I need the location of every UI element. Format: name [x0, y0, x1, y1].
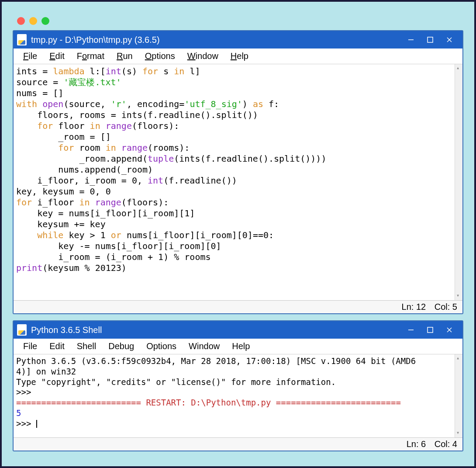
- menu-options[interactable]: Options: [139, 50, 181, 62]
- text-cursor-icon: [36, 420, 37, 428]
- shell-titlebar: Python 3.6.5 Shell: [14, 321, 462, 339]
- shell-statusbar: Ln: 6 Col: 4: [14, 437, 462, 451]
- scroll-down-icon[interactable]: ▾: [456, 430, 459, 437]
- menu-help[interactable]: Help: [224, 50, 255, 62]
- editor-titlebar: tmp.py - D:\Python\tmp.py (3.6.5): [14, 31, 462, 49]
- maximize-dot-icon[interactable]: [41, 17, 49, 25]
- status-line: Ln: 6: [407, 439, 426, 449]
- minimize-button[interactable]: [401, 323, 421, 336]
- menu-file[interactable]: File: [17, 340, 43, 352]
- close-button[interactable]: [440, 323, 459, 336]
- code-content[interactable]: ints = lambda l:[int(s) for s in l] sour…: [14, 64, 455, 300]
- shell-content[interactable]: Python 3.6.5 (v3.6.5:f59c0932b4, Mar 28 …: [14, 354, 455, 437]
- close-button[interactable]: [440, 33, 459, 46]
- menu-format[interactable]: Format: [71, 50, 110, 62]
- menu-shell[interactable]: Shell: [71, 340, 102, 352]
- menu-window[interactable]: Window: [183, 340, 226, 352]
- minimize-dot-icon[interactable]: [29, 17, 37, 25]
- scroll-up-icon[interactable]: ▴: [456, 355, 459, 362]
- maximize-button[interactable]: [421, 33, 440, 46]
- scroll-down-icon[interactable]: ▾: [456, 293, 459, 299]
- shell-scrollbar[interactable]: ▴ ▾: [455, 354, 462, 437]
- menu-help[interactable]: Help: [226, 340, 256, 352]
- status-col: Col: 4: [435, 439, 457, 449]
- status-col: Col: 5: [435, 302, 457, 312]
- menu-window[interactable]: Window: [181, 50, 224, 62]
- svg-rect-1: [428, 37, 433, 42]
- shell-menubar: File Edit Shell Debug Options Window Hel…: [14, 339, 462, 354]
- status-line: Ln: 12: [402, 302, 426, 312]
- editor-scrollbar[interactable]: ▴ ▾: [455, 64, 462, 300]
- menu-edit[interactable]: Edit: [43, 340, 70, 352]
- code-editor[interactable]: ints = lambda l:[int(s) for s in l] sour…: [14, 64, 462, 300]
- menu-debug[interactable]: Debug: [102, 340, 140, 352]
- menu-options[interactable]: Options: [140, 340, 183, 352]
- idle-shell-window: Python 3.6.5 Shell File Edit Shell Debug…: [13, 320, 463, 451]
- scroll-up-icon[interactable]: ▴: [456, 65, 459, 72]
- editor-menubar: File Edit Format Run Options Window Help: [14, 49, 462, 64]
- close-dot-icon[interactable]: [17, 17, 25, 25]
- maximize-button[interactable]: [421, 323, 440, 336]
- menu-edit[interactable]: Edit: [43, 50, 70, 62]
- shell-output[interactable]: Python 3.6.5 (v3.6.5:f59c0932b4, Mar 28 …: [14, 354, 462, 437]
- menu-run[interactable]: Run: [110, 50, 139, 62]
- shell-title: Python 3.6.5 Shell: [31, 325, 102, 335]
- editor-statusbar: Ln: 12 Col: 5: [14, 300, 462, 313]
- minimize-button[interactable]: [401, 33, 421, 46]
- mac-traffic-lights: [13, 13, 463, 30]
- idle-editor-window: tmp.py - D:\Python\tmp.py (3.6.5) File E…: [13, 30, 463, 314]
- svg-rect-5: [428, 327, 433, 333]
- editor-title: tmp.py - D:\Python\tmp.py (3.6.5): [31, 35, 160, 45]
- menu-file[interactable]: File: [17, 50, 43, 62]
- python-shell-icon: [17, 324, 27, 336]
- python-file-icon: [17, 34, 27, 45]
